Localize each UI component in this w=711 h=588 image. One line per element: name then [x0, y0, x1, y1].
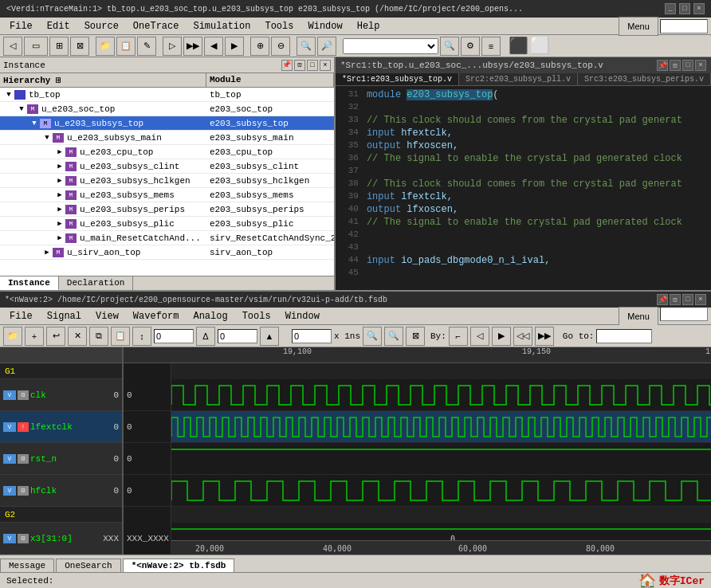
menu-file[interactable]: File: [3, 19, 39, 33]
wave-signal-row[interactable]: V ⊡ hfclk 0: [0, 475, 122, 507]
toolbar-select[interactable]: [343, 38, 438, 54]
table-row[interactable]: ▶ M u_e203_subsys_plic e203_subsys_plic: [0, 217, 334, 231]
panel-pin-btn[interactable]: 📌: [281, 60, 293, 71]
wave-signal-row[interactable]: V ⊡ rst_n 0: [0, 443, 122, 475]
wave-menu-window[interactable]: Window: [279, 309, 326, 323]
table-row[interactable]: ▼ tb_top tb_top: [0, 88, 334, 102]
wave-menu-btn[interactable]: Menu: [619, 307, 658, 326]
table-row[interactable]: ▶ M u_e203_subsys_mems e203_subsys_mems: [0, 188, 334, 202]
panel-restore-btn[interactable]: ⊡: [294, 60, 305, 71]
wave-tb-cursor[interactable]: ↕: [132, 327, 151, 346]
bottom-tab-message[interactable]: Message: [0, 559, 54, 572]
table-row[interactable]: ▶ M u_main_ResetCatchAnd... sirv_ResetCa…: [0, 231, 334, 245]
wave-tb-delete[interactable]: ✕: [68, 327, 87, 346]
toolbar-btn-2[interactable]: ▭: [24, 37, 48, 56]
toolbar-btn-3[interactable]: ⊞: [49, 37, 69, 56]
menu-window[interactable]: Window: [301, 19, 348, 33]
menu-button[interactable]: Menu: [619, 17, 658, 36]
expand-icon[interactable]: ▶: [56, 177, 64, 185]
wave-menu-tools[interactable]: Tools: [236, 309, 277, 323]
expand-icon[interactable]: ▶: [56, 148, 64, 156]
line-content[interactable]: module e203_subsys_top(: [363, 89, 711, 102]
wave-max-btn[interactable]: □: [682, 294, 693, 305]
toolbar-extra2[interactable]: ≡: [481, 37, 501, 56]
table-row[interactable]: ▼ M u_e203_soc_top e203_soc_top: [0, 102, 334, 116]
wave-tb-fit[interactable]: ⊠: [406, 327, 425, 346]
wave-menu-waveform[interactable]: Waveform: [127, 309, 186, 323]
table-row[interactable]: ▶ M u_e203_subsys_perips e203_subsys_per…: [0, 202, 334, 217]
line-content[interactable]: output lfxoscen,: [363, 204, 711, 217]
expand-icon[interactable]: ▼: [5, 91, 13, 99]
toolbar-btn-14[interactable]: 🔍: [297, 37, 316, 56]
toolbar-btn-5[interactable]: 📁: [96, 37, 115, 56]
expand-icon[interactable]: ▶: [56, 206, 64, 214]
src-restore-btn[interactable]: ⊡: [670, 60, 681, 71]
wave-tb-open[interactable]: 📁: [3, 327, 22, 346]
wave-tb-by4[interactable]: ◁◁: [513, 327, 532, 346]
bottom-tab-wave[interactable]: *<nWave:2> tb.fsdb: [123, 559, 235, 572]
src-close-btn[interactable]: ×: [695, 60, 706, 71]
expand-icon[interactable]: ▼: [30, 120, 38, 127]
toolbar-btn-6[interactable]: 📋: [116, 37, 136, 56]
wave-signal-row[interactable]: V ⊡ clk 0: [0, 379, 122, 411]
wave-menu-analog[interactable]: Analog: [187, 309, 234, 323]
menu-tools[interactable]: Tools: [258, 19, 300, 33]
wave-time-input-3[interactable]: [292, 329, 332, 343]
wave-tb-add2[interactable]: ▲: [260, 327, 279, 346]
toolbar-btn-13[interactable]: ⊖: [271, 37, 290, 56]
bottom-tab-onesearch[interactable]: OneSearch: [56, 559, 120, 572]
wave-signal-row[interactable]: V ⊡ x3[31:0] XXX: [0, 523, 122, 555]
expand-icon[interactable]: ▶: [56, 220, 64, 228]
panel-max-btn[interactable]: □: [307, 60, 318, 71]
expand-icon[interactable]: ▶: [43, 249, 51, 257]
wave-menu-search[interactable]: [660, 307, 708, 321]
table-row[interactable]: ▶ M u_sirv_aon_top sirv_aon_top: [0, 245, 334, 260]
toolbar-btn-7[interactable]: ✎: [137, 37, 156, 56]
wave-tb-copy[interactable]: ⧉: [89, 327, 108, 346]
expand-icon[interactable]: ▶: [56, 163, 64, 171]
src-tab-3[interactable]: Src3:e203_subsys_perips.v: [578, 73, 711, 85]
toolbar-btn-1[interactable]: ◁: [3, 37, 22, 56]
tab-instance[interactable]: Instance: [0, 276, 59, 290]
wave-tb-add[interactable]: +: [25, 327, 44, 346]
toolbar-btn-12[interactable]: ⊕: [250, 37, 269, 56]
menu-search-input[interactable]: [660, 19, 708, 33]
toolbar-search-btn[interactable]: 🔍: [440, 37, 459, 56]
minimize-button[interactable]: _: [665, 3, 676, 14]
wave-restore-btn[interactable]: ⊡: [670, 294, 681, 305]
wave-menu-view[interactable]: View: [89, 309, 125, 323]
wave-tb-by1[interactable]: ⌐: [449, 327, 468, 346]
table-row[interactable]: ▶ M u_e203_cpu_top e203_cpu_top: [0, 145, 334, 159]
panel-close-btn[interactable]: ×: [320, 60, 331, 71]
expand-icon[interactable]: ▼: [18, 105, 26, 113]
maximize-button[interactable]: □: [679, 3, 690, 14]
toolbar-btn-4[interactable]: ⊠: [70, 37, 89, 56]
menu-help[interactable]: Help: [351, 19, 387, 33]
wave-menu-file[interactable]: File: [3, 309, 39, 323]
wave-tb-delta[interactable]: Δ: [196, 327, 215, 346]
menu-onetrace[interactable]: OneTrace: [127, 19, 186, 33]
line-content[interactable]: input io_pads_dbgmode0_n_i_ival,: [363, 255, 711, 268]
expand-icon[interactable]: ▶: [56, 234, 64, 242]
wave-signal-row[interactable]: V ! lfextclk 0: [0, 411, 122, 443]
line-content[interactable]: input lfextclk,: [363, 191, 711, 204]
expand-icon[interactable]: ▶: [56, 191, 64, 199]
menu-simulation[interactable]: Simulation: [187, 19, 257, 33]
menu-edit[interactable]: Edit: [41, 19, 77, 33]
table-row[interactable]: ▼ M u_e203_subsys_top e203_subsys_top: [0, 116, 334, 131]
expand-icon[interactable]: ▼: [43, 134, 51, 142]
src-tab-1[interactable]: *Src1:e203_subsys_top.v: [336, 73, 459, 85]
wave-tb-zoom-in[interactable]: 🔍: [363, 327, 382, 346]
src-tab-2[interactable]: Src2:e203_subsys_pll.v: [459, 73, 578, 85]
wave-goto-input[interactable]: [596, 329, 652, 343]
toolbar-btn-10[interactable]: ◀: [204, 37, 223, 56]
wave-pin-btn[interactable]: 📌: [657, 294, 668, 305]
src-max-btn[interactable]: □: [682, 60, 693, 71]
src-pin-btn[interactable]: 📌: [657, 60, 668, 71]
wave-menu-signal[interactable]: Signal: [41, 309, 88, 323]
toolbar-btn-9[interactable]: ▶▶: [183, 37, 202, 56]
wave-tb-by2[interactable]: ◁: [470, 327, 489, 346]
line-content[interactable]: output hfxoscen,: [363, 140, 711, 153]
table-row[interactable]: ▶ M u_e203_subsys_hclkgen e203_subsys_hc…: [0, 174, 334, 188]
toolbar-btn-15[interactable]: 🔎: [317, 37, 336, 56]
